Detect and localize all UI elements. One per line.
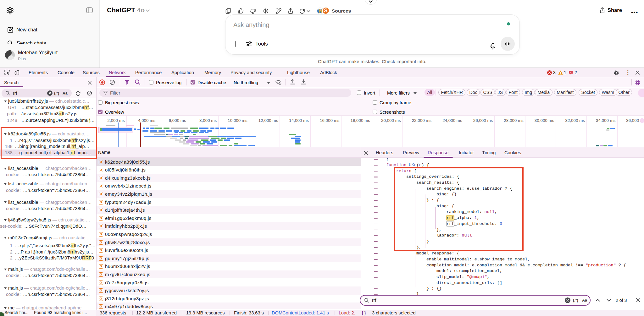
svg-text:N: N [319, 8, 322, 14]
